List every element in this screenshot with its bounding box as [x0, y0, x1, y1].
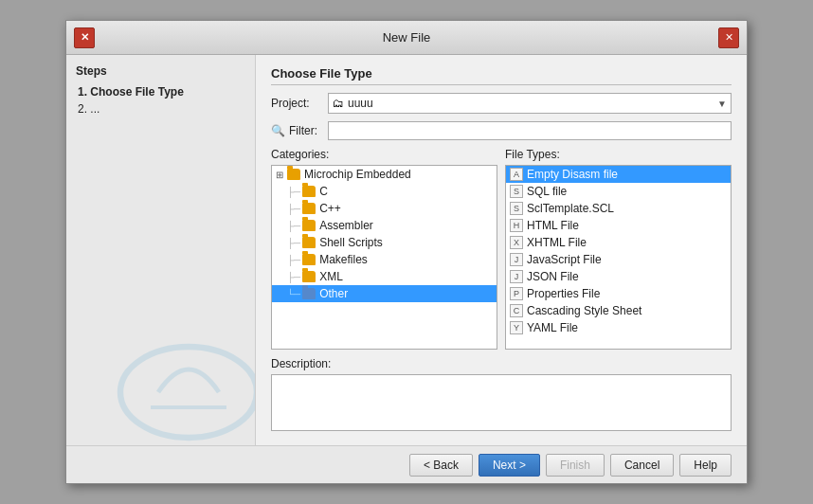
connector: ├─	[287, 187, 300, 197]
folder-icon	[287, 169, 300, 180]
main-panel: Choose File Type Project: 🗂 uuuu ▼ 🔍 Fil…	[256, 55, 747, 445]
window-icon[interactable]: ✕	[74, 27, 95, 48]
help-button[interactable]: Help	[679, 454, 732, 477]
cancel-button[interactable]: Cancel	[610, 454, 674, 477]
file-types-label: File Types:	[505, 148, 732, 161]
filter-label: 🔍 Filter:	[271, 124, 328, 137]
filetype-css[interactable]: C Cascading Style Sheet	[506, 302, 731, 319]
category-label: C	[319, 185, 328, 198]
connector: ├─	[287, 255, 300, 265]
file-types-section: File Types: A Empty Disasm file S SQL fi…	[505, 148, 732, 350]
category-label: Shell Scripts	[319, 236, 383, 249]
description-textarea[interactable]	[271, 374, 732, 431]
categories-section: Categories: ⊞ Microchip Embedded ├─ C	[271, 148, 497, 350]
file-types-list[interactable]: A Empty Disasm file S SQL file S SclTemp…	[505, 165, 732, 350]
folder-icon	[302, 271, 316, 282]
expand-icon: ⊞	[276, 170, 285, 180]
category-other[interactable]: └─ Other	[272, 285, 497, 302]
dropdown-arrow-icon: ▼	[717, 99, 727, 109]
dialog-footer: < Back Next > Finish Cancel Help	[66, 445, 747, 483]
file-icon: S	[510, 185, 523, 198]
filetype-label: JavaScript File	[527, 253, 602, 266]
category-c[interactable]: ├─ C	[272, 183, 497, 200]
step-1: 1. Choose File Type	[76, 85, 245, 99]
description-section: Description:	[271, 357, 732, 434]
step-2: 2. ...	[76, 102, 245, 116]
connector: ├─	[287, 204, 300, 214]
folder-icon	[302, 186, 316, 197]
search-icon: 🔍	[271, 124, 285, 137]
filetype-label: Empty Disasm file	[527, 168, 618, 181]
categories-list[interactable]: ⊞ Microchip Embedded ├─ C ├─	[271, 165, 497, 350]
section-title: Choose File Type	[271, 66, 732, 85]
category-label: XML	[319, 270, 343, 283]
filetype-label: JSON File	[527, 270, 579, 283]
category-makefiles[interactable]: ├─ Makefiles	[272, 251, 497, 268]
filetype-label: XHTML File	[527, 236, 587, 249]
connector: ├─	[287, 221, 300, 231]
folder-icon	[302, 288, 316, 299]
filter-input[interactable]	[328, 121, 732, 140]
filetype-sql[interactable]: S SQL file	[506, 183, 731, 200]
svg-point-0	[120, 347, 256, 438]
title-bar: ✕ New File ✕	[66, 21, 747, 55]
folder-icon	[302, 254, 316, 265]
categories-label: Categories:	[271, 148, 497, 161]
filetype-label: Cascading Style Sheet	[527, 304, 641, 317]
dialog-body: Steps 1. Choose File Type 2. ... Choose …	[66, 55, 747, 445]
filetype-js[interactable]: J JavaScript File	[506, 251, 731, 268]
folder-icon	[302, 203, 316, 214]
connector: ├─	[287, 272, 300, 282]
next-button[interactable]: Next >	[479, 454, 540, 477]
project-value: uuuu	[348, 97, 717, 110]
category-assembler[interactable]: ├─ Assembler	[272, 217, 497, 234]
filetype-json[interactable]: J JSON File	[506, 268, 731, 285]
file-icon: J	[510, 253, 523, 266]
folder-icon	[302, 220, 316, 231]
file-icon: S	[510, 202, 523, 215]
filetype-html[interactable]: H HTML File	[506, 217, 731, 234]
filetype-label: YAML File	[527, 321, 578, 334]
description-label: Description:	[271, 357, 732, 370]
panels-row: Categories: ⊞ Microchip Embedded ├─ C	[271, 148, 732, 350]
category-label: Makefiles	[319, 253, 368, 266]
dialog-title: New File	[383, 30, 431, 45]
category-label: Other	[319, 287, 348, 300]
project-dropdown[interactable]: 🗂 uuuu ▼	[328, 93, 732, 114]
project-row: Project: 🗂 uuuu ▼	[271, 93, 732, 114]
category-label: Assembler	[319, 219, 373, 232]
step-2-label: ...	[90, 102, 99, 116]
file-icon: J	[510, 270, 523, 283]
category-shell[interactable]: ├─ Shell Scripts	[272, 234, 497, 251]
connector: ├─	[287, 238, 300, 248]
file-icon: A	[510, 168, 523, 181]
category-microchip[interactable]: ⊞ Microchip Embedded	[272, 166, 497, 183]
watermark-graphic	[113, 332, 256, 445]
file-icon: Y	[510, 321, 523, 334]
filetype-label: SQL file	[527, 185, 567, 198]
steps-title: Steps	[76, 64, 245, 78]
back-button[interactable]: < Back	[409, 454, 473, 477]
filetype-yaml[interactable]: Y YAML File	[506, 319, 731, 336]
filetype-xhtml[interactable]: X XHTML File	[506, 234, 731, 251]
category-label: Microchip Embedded	[304, 168, 411, 181]
filetype-label: SclTemplate.SCL	[527, 202, 614, 215]
category-label: C++	[319, 202, 341, 215]
category-xml[interactable]: ├─ XML	[272, 268, 497, 285]
project-icon: 🗂	[333, 97, 344, 110]
project-label: Project:	[271, 97, 328, 110]
new-file-dialog: ✕ New File ✕ Steps 1. Choose File Type 2…	[65, 20, 748, 484]
filetype-empty-disasm[interactable]: A Empty Disasm file	[506, 166, 731, 183]
file-icon: C	[510, 304, 523, 317]
file-icon: X	[510, 236, 523, 249]
filetype-label: Properties File	[527, 287, 600, 300]
connector: └─	[287, 289, 300, 299]
close-button[interactable]: ✕	[718, 27, 739, 48]
folder-icon	[302, 237, 316, 248]
file-icon: H	[510, 219, 523, 232]
filetype-scl[interactable]: S SclTemplate.SCL	[506, 200, 731, 217]
finish-button[interactable]: Finish	[546, 454, 605, 477]
filter-row: 🔍 Filter:	[271, 121, 732, 140]
category-cpp[interactable]: ├─ C++	[272, 200, 497, 217]
filetype-properties[interactable]: P Properties File	[506, 285, 731, 302]
